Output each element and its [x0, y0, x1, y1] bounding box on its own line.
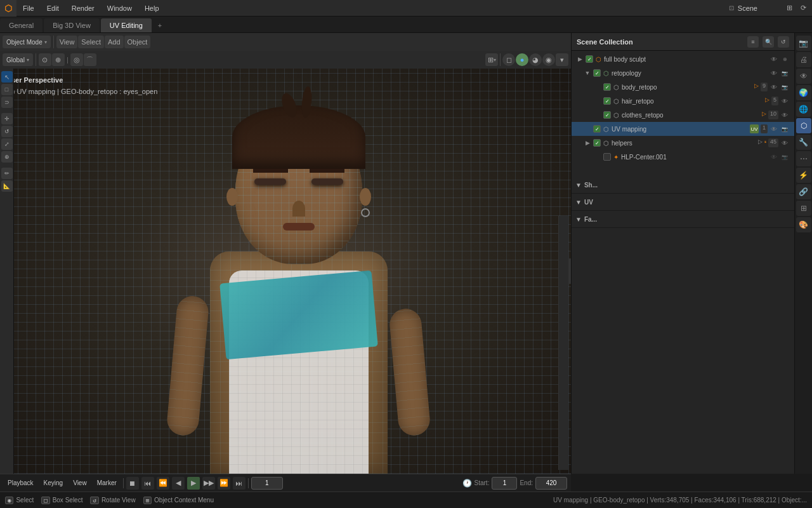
- global-dropdown[interactable]: Global ▾: [3, 53, 33, 66]
- face-section-title[interactable]: ▼ Fa...: [575, 212, 790, 226]
- vis-check[interactable]: ✓: [603, 83, 611, 91]
- tool-measure[interactable]: 📐: [1, 180, 13, 192]
- tool-transform[interactable]: ⊕: [1, 151, 13, 163]
- tl-play[interactable]: ▶: [187, 477, 200, 490]
- tool-lasso[interactable]: ⊃: [1, 97, 13, 108]
- tab-general[interactable]: General: [0, 18, 43, 32]
- vis-icon-restrict[interactable]: ⊕: [780, 55, 789, 64]
- vis-icon-camera[interactable]: 📷: [780, 152, 789, 161]
- view-menu[interactable]: View: [56, 36, 78, 48]
- tl-next[interactable]: ⏩: [218, 477, 230, 490]
- sidebar-icon-scene[interactable]: 🌍: [796, 85, 811, 100]
- vis-icon-eye[interactable]: 👁: [769, 83, 778, 91]
- shading-settings[interactable]: ▾: [556, 53, 568, 66]
- proportional-edit[interactable]: ◎: [70, 53, 83, 66]
- outliner-item-clothesretopo[interactable]: ▶ ✓ ⬡ clothes_retopo ▷ 10 👁: [572, 108, 794, 122]
- shading-rendered[interactable]: ◉: [542, 53, 555, 66]
- outliner-item-uvmapping[interactable]: ▶ ✓ ⬡ UV mapping UV 1 👁 📷: [572, 122, 794, 136]
- tl-prev[interactable]: ⏪: [157, 477, 169, 490]
- menu-help[interactable]: Help: [138, 0, 166, 17]
- shading-solid[interactable]: ●: [516, 53, 528, 66]
- current-frame-input[interactable]: [251, 477, 283, 490]
- sidebar-icon-physics[interactable]: ⚡: [796, 168, 811, 183]
- sidebar-icon-material[interactable]: 🎨: [796, 217, 811, 232]
- vis-icon-eye[interactable]: 👁: [780, 138, 789, 147]
- sidebar-icon-data[interactable]: ⊞: [796, 201, 811, 216]
- end-frame-input[interactable]: [535, 477, 567, 490]
- vis-icon-eye[interactable]: 👁: [769, 55, 778, 64]
- vis-check[interactable]: ✓: [603, 111, 611, 119]
- vis-check[interactable]: ✓: [593, 125, 601, 133]
- outliner-search-icon[interactable]: 🔍: [763, 36, 774, 48]
- tl-fwd[interactable]: ▶▶: [202, 477, 215, 490]
- vis-check[interactable]: ✓: [593, 139, 601, 147]
- vis-icon-camera[interactable]: 📷: [780, 83, 789, 91]
- vis-check[interactable]: ✓: [586, 55, 593, 63]
- vis-icon-camera[interactable]: 📷: [780, 69, 789, 77]
- timeline-marker[interactable]: Marker: [93, 476, 121, 490]
- sidebar-icon-output[interactable]: 🖨: [796, 52, 811, 67]
- prop-falloff[interactable]: ⌒: [84, 53, 96, 66]
- menu-window[interactable]: Window: [101, 0, 138, 17]
- sidebar-icon-object[interactable]: ⬡: [796, 118, 811, 133]
- vis-check[interactable]: ✓: [603, 97, 611, 105]
- tool-rotate[interactable]: ↺: [1, 126, 13, 137]
- vis-check-empty[interactable]: [603, 153, 611, 161]
- outliner-item-helpers[interactable]: ▶ ✓ ⬡ helpers ▷ ₂ 45 👁: [572, 136, 794, 150]
- outliner-item-fullbodysculpt[interactable]: ▶ ✓ ⬡ full body sculpt 👁 ⊕: [572, 52, 794, 66]
- tool-scale[interactable]: ⤢: [1, 138, 13, 150]
- sidebar-icon-world[interactable]: 🌐: [796, 102, 811, 117]
- object-menu[interactable]: Object: [124, 36, 151, 48]
- timeline-view[interactable]: View: [69, 476, 91, 490]
- sidebar-icon-particles[interactable]: ⋯: [796, 151, 811, 166]
- tab-big3d[interactable]: Big 3D View: [44, 18, 100, 32]
- select-menu[interactable]: Select: [78, 36, 104, 48]
- outliner-item-bodyretopo[interactable]: ▶ ✓ ⬡ body_retopo ▷ 9 👁 📷: [572, 80, 794, 94]
- tool-annotate[interactable]: ✏: [1, 168, 13, 179]
- timeline-playback[interactable]: Playback: [4, 476, 37, 490]
- vis-icon-eye[interactable]: 👁: [769, 124, 778, 133]
- overlays-dropdown[interactable]: ⊞▾: [485, 53, 498, 66]
- shading-material[interactable]: ◕: [529, 53, 542, 66]
- vis-icon-eye[interactable]: 👁: [780, 110, 789, 119]
- tl-last[interactable]: ⏭: [233, 477, 246, 490]
- sidebar-icon-modifier[interactable]: 🔧: [796, 135, 811, 150]
- 3d-viewport[interactable]: User Perspective (1) UV mapping | GEO-bo…: [0, 69, 571, 474]
- outliner-item-hairretopo[interactable]: ▶ ✓ ⬡ hair_retopo ▷ 5 👁: [572, 94, 794, 108]
- vis-icon-eye[interactable]: 👁: [769, 152, 778, 161]
- sidebar-icon-constraints[interactable]: 🔗: [796, 184, 811, 199]
- menu-edit[interactable]: Edit: [41, 0, 65, 17]
- vis-icon-eye[interactable]: 👁: [780, 97, 789, 105]
- outliner-item-retopology[interactable]: ▼ ✓ ⬡ retopology 👁 📷: [572, 66, 794, 80]
- outliner-filter-icon[interactable]: ≡: [747, 36, 759, 48]
- tl-stop[interactable]: ⏹: [126, 477, 139, 490]
- topbar-icon-2[interactable]: ⟳: [797, 2, 809, 15]
- tab-uvediting[interactable]: UV Editing: [101, 18, 152, 32]
- uv-section-title[interactable]: ▼ UV: [575, 195, 790, 209]
- vis-check[interactable]: ✓: [593, 69, 601, 77]
- timeline-keying[interactable]: Keying: [40, 476, 67, 490]
- vis-icon-camera[interactable]: 📷: [780, 124, 789, 133]
- menu-render[interactable]: Render: [65, 0, 101, 17]
- menu-file[interactable]: File: [16, 0, 41, 17]
- tab-add[interactable]: +: [153, 18, 167, 32]
- start-frame-input[interactable]: [492, 477, 517, 490]
- vis-icon-eye[interactable]: 👁: [769, 69, 778, 77]
- tool-cursor[interactable]: ↖: [1, 71, 13, 83]
- tl-first[interactable]: ⏮: [141, 477, 154, 490]
- object-mode-dropdown[interactable]: Object Mode ▾: [3, 36, 51, 48]
- outliner-item-hlpcenter[interactable]: ▶ ✦ HLP-Center.001 👁 📷: [572, 150, 794, 164]
- shader-section-title[interactable]: ▼ Sh...: [575, 178, 790, 192]
- outliner-sync-icon[interactable]: ↺: [778, 36, 789, 48]
- snap-toggle[interactable]: ⊙: [39, 53, 51, 66]
- sidebar-icon-view[interactable]: 👁: [796, 69, 811, 84]
- sidebar-icon-render[interactable]: 📷: [796, 36, 811, 51]
- tool-move[interactable]: ✛: [1, 113, 13, 124]
- tl-back[interactable]: ◀: [172, 477, 185, 490]
- shading-wireframe[interactable]: ◻: [502, 53, 515, 66]
- tool-box[interactable]: □: [1, 84, 13, 95]
- 3d-view[interactable]: User Perspective (1) UV mapping | GEO-bo…: [0, 69, 571, 474]
- add-menu[interactable]: Add: [105, 36, 124, 48]
- topbar-icon-1[interactable]: ⊞: [783, 2, 796, 15]
- snap-settings[interactable]: ⊕: [52, 53, 65, 66]
